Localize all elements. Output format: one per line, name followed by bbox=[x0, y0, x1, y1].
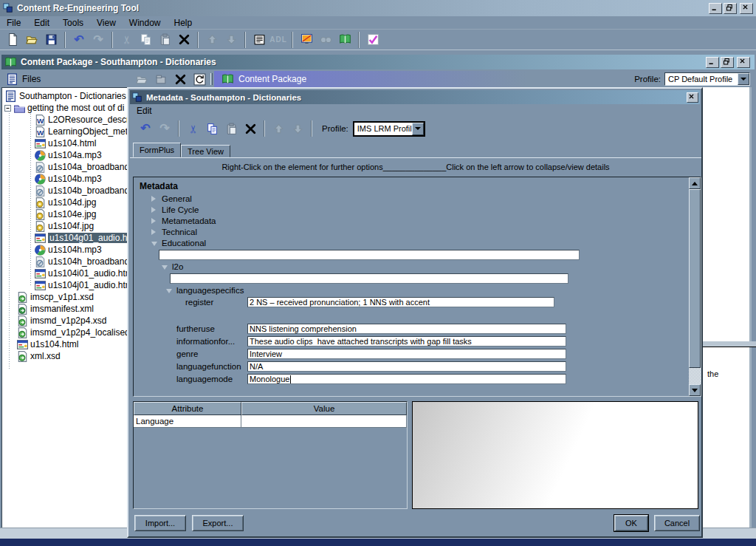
tab-tree-view[interactable]: Tree View bbox=[181, 145, 230, 157]
package-minimize-button[interactable] bbox=[706, 57, 719, 68]
collapse-arrow-icon[interactable] bbox=[166, 289, 172, 293]
tree-item[interactable]: imscp_v1p1.xsd bbox=[2, 291, 127, 303]
tree-item[interactable]: imsmanifest.xml bbox=[2, 303, 127, 315]
tree-folder[interactable]: getting the most out of di bbox=[2, 102, 127, 114]
refresh-button[interactable] bbox=[190, 70, 209, 88]
collapse-arrow-icon[interactable] bbox=[162, 265, 168, 270]
attr-table-header-attribute[interactable]: Attribute bbox=[134, 402, 241, 415]
cut-button[interactable]: ✂ bbox=[117, 31, 136, 49]
menu-window[interactable]: Window bbox=[123, 16, 168, 30]
field-input-informationfor[interactable]: These audio clips have attached transcri… bbox=[247, 336, 566, 347]
book-view-button[interactable] bbox=[335, 31, 354, 49]
tree-item[interactable]: imsmd_v1p2p4_localised.x bbox=[2, 327, 127, 338]
move-up-button[interactable] bbox=[269, 120, 288, 137]
tree-item[interactable]: u1s104b.mp3 bbox=[2, 173, 127, 185]
form-node-label[interactable]: Life Cycle bbox=[162, 205, 199, 216]
tree-item[interactable]: u1s104d.jpg bbox=[2, 197, 127, 208]
paste-button[interactable] bbox=[155, 31, 174, 49]
cancel-button[interactable]: Cancel bbox=[654, 515, 700, 531]
tree-item[interactable]: u1s104.html bbox=[2, 137, 127, 149]
adl-button[interactable]: ADL bbox=[269, 31, 288, 49]
preview-binoculars-button[interactable] bbox=[316, 31, 335, 49]
validate-check-button[interactable] bbox=[363, 31, 382, 49]
tree-item[interactable]: u1s104a_broadband. bbox=[2, 161, 127, 173]
scrollbar-up-button[interactable] bbox=[689, 177, 701, 189]
collapse-box-icon[interactable] bbox=[4, 105, 11, 112]
field-input-languagefunction[interactable]: N/A bbox=[247, 361, 566, 372]
tree-item[interactable]: u1s104j01_audio.htm bbox=[2, 279, 127, 291]
cp-profile-dropdown[interactable]: CP Default Profile bbox=[664, 72, 750, 86]
tree-item[interactable]: u1s104e.jpg bbox=[2, 208, 127, 220]
form-node-label[interactable]: General bbox=[162, 194, 192, 205]
chevron-down-icon[interactable] bbox=[738, 73, 749, 85]
tree-item[interactable]: u1s104h_broadband. bbox=[2, 256, 127, 267]
tree-root[interactable]: Southampton - Dictionaries bbox=[2, 90, 127, 102]
tree-item[interactable]: u1s104h.mp3 bbox=[2, 244, 127, 256]
tree-item[interactable]: u1s104a.mp3 bbox=[2, 149, 127, 161]
menu-tools[interactable]: Tools bbox=[56, 16, 90, 30]
attr-table-cell[interactable]: Language bbox=[134, 415, 241, 427]
redo-button[interactable]: ↷ bbox=[155, 120, 174, 137]
attr-table-cell[interactable] bbox=[241, 415, 407, 427]
new-document-button[interactable] bbox=[3, 31, 22, 49]
tree-item[interactable]: imsmd_v1p2p4.xsd bbox=[2, 315, 127, 327]
expand-arrow-icon[interactable] bbox=[151, 218, 156, 224]
open-folder-button[interactable] bbox=[132, 70, 151, 88]
move-down-button[interactable] bbox=[288, 120, 307, 137]
expand-arrow-icon[interactable] bbox=[151, 229, 156, 235]
delete-button[interactable] bbox=[174, 31, 193, 49]
cut-button[interactable]: ✂ bbox=[183, 120, 202, 137]
form-text-input[interactable] bbox=[159, 250, 580, 260]
undo-button[interactable]: ↶ bbox=[69, 31, 89, 49]
metadata-close-button[interactable] bbox=[687, 92, 698, 103]
move-up-button[interactable] bbox=[202, 31, 221, 49]
tree-item[interactable]: u1s104.html bbox=[2, 338, 127, 350]
export-button[interactable]: Export... bbox=[192, 515, 244, 531]
close-button[interactable] bbox=[740, 3, 753, 14]
tab-formplus[interactable]: FormPlus bbox=[133, 143, 181, 157]
copy-button[interactable] bbox=[136, 31, 155, 49]
collapse-arrow-icon[interactable] bbox=[151, 242, 157, 246]
field-input-register[interactable]: 2 NS – received pronunciation; 1 NNS wit… bbox=[247, 297, 554, 307]
menu-file[interactable]: File bbox=[0, 16, 27, 30]
expand-arrow-icon[interactable] bbox=[151, 207, 156, 213]
form-node-label[interactable]: languagespecifics bbox=[176, 285, 244, 296]
package-close-button[interactable] bbox=[737, 57, 750, 68]
save-button[interactable] bbox=[41, 31, 61, 49]
delete-button[interactable] bbox=[241, 120, 260, 137]
scrollbar-down-button[interactable] bbox=[689, 384, 701, 396]
package-restore-button[interactable] bbox=[721, 57, 734, 68]
scrollbar-thumb[interactable] bbox=[689, 189, 701, 368]
form-node-label[interactable]: Educational bbox=[162, 238, 206, 249]
import-button[interactable]: Import... bbox=[134, 515, 186, 531]
open-folder-button[interactable] bbox=[22, 31, 41, 49]
metadata-menu-edit[interactable]: Edit bbox=[130, 104, 159, 117]
menu-edit[interactable]: Edit bbox=[27, 16, 56, 30]
menu-help[interactable]: Help bbox=[168, 16, 199, 30]
copy-button[interactable] bbox=[202, 120, 221, 137]
md-profile-dropdown[interactable]: IMS LRM Profile bbox=[353, 121, 425, 137]
minimize-button[interactable] bbox=[709, 3, 722, 14]
delete-button[interactable] bbox=[171, 70, 190, 88]
ok-button[interactable]: OK bbox=[614, 515, 648, 531]
restore-button[interactable] bbox=[724, 3, 737, 14]
field-input-languagemode[interactable]: Monologue bbox=[247, 374, 566, 384]
move-down-button[interactable] bbox=[221, 31, 241, 49]
redo-button[interactable]: ↷ bbox=[89, 31, 108, 49]
tree-item[interactable]: u1s104g01_audio.htm bbox=[2, 232, 127, 244]
expand-arrow-icon[interactable] bbox=[151, 196, 156, 202]
splitter-grip[interactable] bbox=[210, 73, 213, 85]
field-input-genre[interactable]: Interview bbox=[247, 349, 566, 359]
metadata-list-button[interactable] bbox=[250, 31, 269, 49]
tree-item[interactable]: u1s104f.jpg bbox=[2, 220, 127, 232]
package-view-button[interactable] bbox=[297, 31, 316, 49]
menu-view[interactable]: View bbox=[90, 16, 123, 30]
tree-item[interactable]: u1s104b_broadband. bbox=[2, 185, 127, 197]
tree-item[interactable]: xml.xsd bbox=[2, 350, 127, 362]
chevron-down-icon[interactable] bbox=[412, 123, 424, 135]
tree-item[interactable]: u1s104i01_audio.htm bbox=[2, 267, 127, 279]
add-package-button[interactable] bbox=[151, 70, 171, 88]
form-node-label[interactable]: Metametadata bbox=[162, 216, 216, 227]
scrollbar-track[interactable] bbox=[689, 189, 701, 384]
attr-table-header-value[interactable]: Value bbox=[241, 402, 407, 415]
